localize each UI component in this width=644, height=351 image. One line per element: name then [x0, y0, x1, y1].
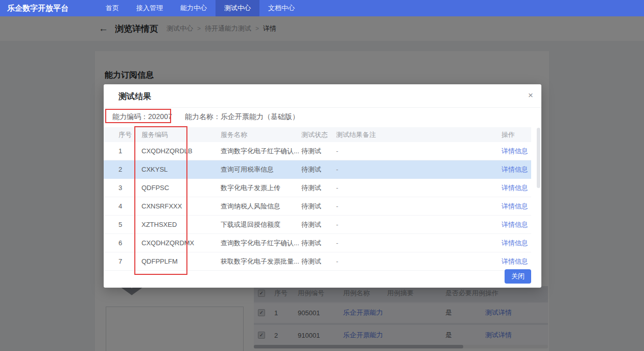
cell-service-name: 数字化电子发票上传 [221, 183, 301, 193]
cell-service-name: 下载或退回授信额度 [221, 220, 301, 229]
detail-info-link[interactable]: 详情信息 [502, 202, 531, 211]
detail-info-link[interactable]: 详情信息 [502, 165, 531, 174]
cell-remark: - [336, 184, 502, 192]
detail-info-link[interactable]: 详情信息 [502, 220, 531, 229]
cell-service-code: CXNSRFXXX [141, 202, 221, 210]
close-icon[interactable]: × [528, 91, 533, 100]
cell-test-status: 待测试 [301, 183, 336, 193]
divider [104, 107, 541, 108]
cell-service-name: 查询可用税率信息 [221, 165, 301, 174]
cell-service-code: QDFPSC [141, 184, 221, 192]
cell-test-status: 待测试 [301, 239, 336, 248]
cell-service-name: 查询数字化电子红字确认... [221, 239, 301, 248]
cell-seq: 4 [118, 202, 141, 210]
cell-remark: - [336, 239, 502, 247]
capability-code: 能力编码：202007 [112, 112, 172, 122]
nav-item-access[interactable]: 接入管理 [128, 0, 172, 16]
cell-seq: 1 [118, 147, 141, 155]
cell-service-name: 查询数字化电子红字确认... [221, 147, 301, 156]
cell-test-status: 待测试 [301, 220, 336, 229]
cell-test-status: 待测试 [301, 165, 336, 174]
cell-service-code: CXQDHZQRDMX [141, 239, 221, 247]
cell-remark: - [336, 202, 502, 210]
test-result-modal: 测试结果 × 能力编码：202007 能力名称：乐企开票能力（基础版） 序号 服… [104, 84, 541, 288]
cell-service-name: 获取数字化电子发票批量... [221, 257, 301, 266]
cell-service-code: QDFPPLFM [141, 258, 221, 265]
cell-seq: 2 [118, 166, 141, 173]
nav-menu: 首页 接入管理 能力中心 测试中心 文档中心 [97, 0, 303, 16]
cell-service-code: CXKYSL [141, 166, 221, 173]
cell-service-code: XZTHSXED [141, 221, 221, 228]
table-row: 7 QDFPPLFM 获取数字化电子发票批量... 待测试 - 详情信息 [104, 252, 531, 271]
col-header: 序号 [118, 130, 141, 139]
cell-test-status: 待测试 [301, 202, 336, 211]
cell-service-name: 查询纳税人风险信息 [221, 202, 301, 211]
table-row: 3 QDFPSC 数字化电子发票上传 待测试 - 详情信息 [104, 179, 531, 197]
service-table-header: 序号 服务编码 服务名称 测试状态 测试结果备注 操作 [104, 127, 531, 142]
capability-name: 能力名称：乐企开票能力（基础版） [185, 112, 299, 122]
cell-remark: - [336, 258, 502, 265]
cell-remark: - [336, 221, 502, 228]
nav-item-docs[interactable]: 文档中心 [259, 0, 303, 16]
cell-seq: 5 [118, 221, 141, 228]
table-row: 4 CXNSRFXXX 查询纳税人风险信息 待测试 - 详情信息 [104, 197, 531, 216]
cell-seq: 7 [118, 258, 141, 265]
detail-info-link[interactable]: 详情信息 [502, 239, 531, 248]
detail-info-link[interactable]: 详情信息 [502, 257, 531, 266]
col-header: 服务编码 [141, 130, 221, 139]
app-window: 乐企数字开放平台 首页 接入管理 能力中心 测试中心 文档中心 ← 浏览详情页 … [0, 0, 644, 351]
capability-info: 能力编码：202007 能力名称：乐企开票能力（基础版） [104, 112, 541, 124]
col-header: 服务名称 [221, 130, 301, 139]
cell-seq: 6 [118, 239, 141, 247]
cell-seq: 3 [118, 184, 141, 192]
table-row: 5 XZTHSXED 下载或退回授信额度 待测试 - 详情信息 [104, 216, 531, 234]
app-logo: 乐企数字开放平台 [0, 0, 97, 16]
table-row: 1 CXQDHZQRDLB 查询数字化电子红字确认... 待测试 - 详情信息 [104, 142, 531, 160]
cell-test-status: 待测试 [301, 147, 336, 156]
col-header: 操作 [502, 130, 531, 139]
cell-service-code: CXQDHZQRDLB [141, 147, 221, 155]
table-row: 6 CXQDHZQRDMX 查询数字化电子红字确认... 待测试 - 详情信息 [104, 234, 531, 252]
top-nav: 乐企数字开放平台 首页 接入管理 能力中心 测试中心 文档中心 [0, 0, 644, 16]
nav-item-home[interactable]: 首页 [97, 0, 128, 16]
vertical-scrollbar-thumb[interactable] [537, 128, 540, 188]
col-header: 测试结果备注 [336, 130, 502, 139]
service-table: 序号 服务编码 服务名称 测试状态 测试结果备注 操作 1 CXQDHZQRDL… [104, 127, 541, 271]
detail-info-link[interactable]: 详情信息 [502, 147, 531, 156]
col-header: 测试状态 [301, 130, 336, 139]
nav-item-test-center[interactable]: 测试中心 [216, 0, 259, 16]
cell-remark: - [336, 166, 502, 173]
modal-title: 测试结果 [118, 91, 151, 102]
close-button[interactable]: 关闭 [505, 269, 531, 284]
detail-info-link[interactable]: 详情信息 [502, 183, 531, 193]
table-row-highlighted: 2 CXKYSL 查询可用税率信息 待测试 - 详情信息 [104, 160, 531, 179]
cell-remark: - [336, 147, 502, 155]
cell-test-status: 待测试 [301, 257, 336, 266]
nav-item-capability[interactable]: 能力中心 [172, 0, 216, 16]
